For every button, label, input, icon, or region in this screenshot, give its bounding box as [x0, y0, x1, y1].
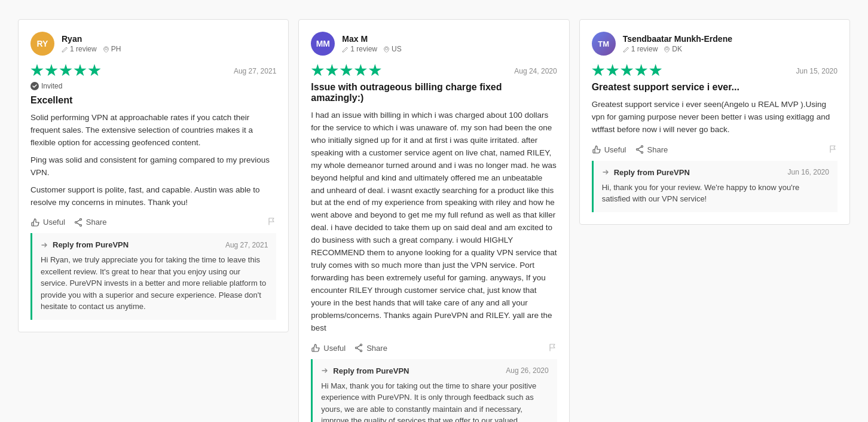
review-actions: Useful Share — [311, 343, 557, 353]
review-paragraph: Customer support is polite, fast, and ca… — [30, 184, 276, 209]
reply-body: Hi Max, thank you for taking out the tim… — [321, 380, 548, 422]
reviewer-info: Ryan 1 review — [62, 34, 276, 53]
svg-point-7 — [360, 350, 362, 352]
share-button[interactable]: Share — [635, 145, 668, 154]
reply-header: Reply from PureVPN Aug 26, 2020 — [321, 366, 548, 375]
svg-point-0 — [105, 47, 107, 50]
reply-date: Aug 26, 2020 — [506, 366, 548, 375]
share-icon — [635, 145, 644, 154]
review-title: Issue with outrageous billing charge fix… — [311, 82, 557, 103]
reply-from: Reply from PureVPN — [321, 366, 409, 375]
review-paragraph: Solid performing VPN at approachable rat… — [30, 112, 276, 149]
reviewer-reviews: 1 review — [623, 45, 658, 53]
svg-point-4 — [75, 221, 77, 223]
reply-box: Reply from PureVPN Jun 16, 2020 Hi, than… — [592, 161, 838, 212]
flag-icon — [829, 145, 838, 153]
reply-box: Reply from PureVPN Aug 27, 2021 Hi Ryan,… — [30, 233, 276, 320]
review-rating-row: Aug 27, 2021 — [30, 64, 276, 78]
avatar: RY — [30, 32, 54, 56]
invited-label: Invited — [41, 82, 62, 90]
review-card: MM Max M 1 review — [298, 19, 569, 422]
review-paragraph: Greatest support service i ever seen(Ang… — [592, 99, 838, 136]
review-title: Greatest support service i ever... — [592, 82, 838, 93]
svg-point-6 — [360, 344, 362, 346]
reviewer-reviews: 1 review — [342, 45, 377, 53]
avatar: MM — [311, 32, 335, 56]
location-icon — [103, 46, 109, 53]
flag-button[interactable] — [829, 145, 838, 155]
svg-point-10 — [641, 146, 643, 148]
action-left: Useful Share — [30, 218, 107, 227]
flag-button[interactable] — [268, 217, 276, 227]
svg-point-5 — [386, 47, 388, 50]
svg-point-8 — [356, 347, 357, 349]
review-body: Greatest support service i ever seen(Ang… — [592, 99, 838, 136]
reply-body: Hi, thank you for your review. We're hap… — [602, 182, 829, 205]
review-body: Solid performing VPN at approachable rat… — [30, 112, 276, 209]
page-header — [0, 0, 868, 19]
flag-icon — [549, 343, 557, 351]
reply-body: Hi Ryan, we truly appreciate you for tak… — [41, 254, 268, 313]
thumbs-up-icon — [592, 145, 601, 154]
svg-point-12 — [636, 149, 638, 151]
reviewer-country: DK — [664, 45, 682, 53]
review-card: RY Ryan 1 review — [18, 19, 289, 332]
reviews-container: RY Ryan 1 review — [0, 19, 868, 422]
review-actions: Useful Share — [592, 145, 838, 155]
review-date: Jun 15, 2020 — [796, 67, 838, 75]
reviewer-name: Tsendbaatar Munkh-Erdene — [623, 34, 838, 44]
stars — [30, 64, 101, 78]
share-button[interactable]: Share — [354, 343, 387, 353]
reply-date: Aug 27, 2021 — [225, 241, 268, 249]
reviewer-country: US — [383, 45, 402, 53]
svg-point-2 — [80, 218, 81, 220]
stars — [311, 64, 381, 78]
reviewer-meta: 1 review US — [342, 45, 557, 53]
review-paragraph: I had an issue with billing in which i w… — [311, 109, 557, 335]
flag-button[interactable] — [549, 343, 557, 353]
reviewer-header: MM Max M 1 review — [311, 32, 557, 56]
invited-badge: Invited — [30, 82, 276, 90]
action-left: Useful Share — [592, 145, 668, 154]
thumbs-up-icon — [30, 218, 40, 227]
avatar: TM — [592, 32, 616, 56]
reviewer-info: Tsendbaatar Munkh-Erdene 1 review — [623, 34, 838, 53]
reviewer-name: Max M — [342, 34, 557, 44]
reviewer-name: Ryan — [62, 34, 276, 44]
reply-header: Reply from PureVPN Jun 16, 2020 — [602, 168, 829, 177]
thumbs-up-icon — [311, 343, 320, 353]
stars — [592, 64, 662, 78]
useful-button[interactable]: Useful — [592, 145, 626, 154]
reply-icon — [602, 168, 610, 176]
share-icon — [354, 343, 363, 353]
reply-date: Jun 16, 2020 — [788, 168, 829, 176]
reviewer-reviews: 1 review — [62, 45, 97, 53]
check-circle-icon — [30, 82, 39, 90]
reviewer-country: PH — [103, 45, 121, 53]
share-icon — [74, 218, 83, 227]
flag-icon — [268, 217, 276, 225]
useful-button[interactable]: Useful — [30, 218, 65, 227]
reply-icon — [41, 241, 49, 249]
pencil-icon — [623, 46, 629, 53]
pencil-icon — [62, 46, 68, 53]
reply-icon — [321, 366, 329, 375]
share-button[interactable]: Share — [74, 218, 107, 227]
reviewer-header: TM Tsendbaatar Munkh-Erdene 1 review — [592, 32, 838, 56]
useful-button[interactable]: Useful — [311, 343, 346, 353]
pencil-icon — [342, 46, 349, 53]
reply-from: Reply from PureVPN — [602, 168, 690, 177]
location-icon — [664, 46, 670, 53]
reviewer-header: RY Ryan 1 review — [30, 32, 276, 56]
svg-point-3 — [80, 224, 81, 226]
review-actions: Useful Share — [30, 217, 276, 227]
reply-from: Reply from PureVPN — [41, 240, 129, 249]
review-card: TM Tsendbaatar Munkh-Erdene 1 review — [579, 19, 850, 225]
reply-box: Reply from PureVPN Aug 26, 2020 Hi Max, … — [311, 359, 557, 422]
review-date: Aug 24, 2020 — [514, 67, 557, 75]
reviewer-meta: 1 review PH — [62, 45, 276, 53]
reviewer-meta: 1 review DK — [623, 45, 838, 53]
review-paragraph: Ping was solid and consistent for gaming… — [30, 154, 276, 179]
review-rating-row: Aug 24, 2020 — [311, 64, 557, 78]
location-icon — [383, 46, 390, 53]
